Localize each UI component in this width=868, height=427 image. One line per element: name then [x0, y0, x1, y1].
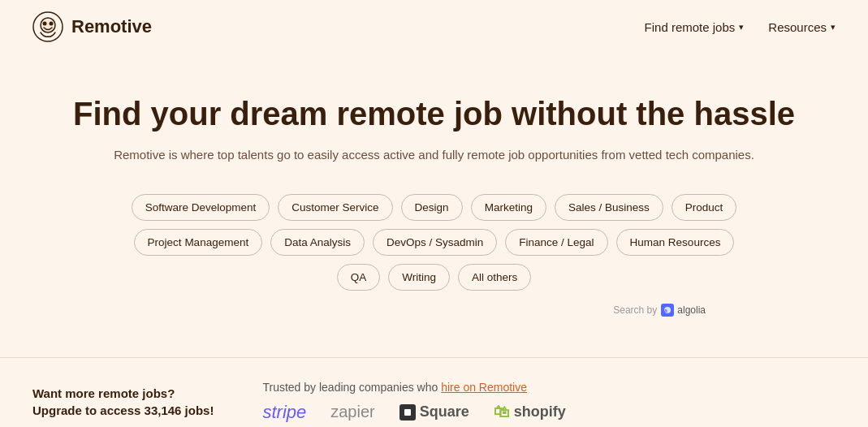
job-category-tag[interactable]: Marketing [471, 194, 546, 221]
job-category-tag[interactable]: Software Development [132, 194, 270, 221]
algolia-logo: a algolia [661, 304, 706, 317]
upgrade-section: Want more remote jobs? Upgrade to access… [32, 386, 214, 417]
header: Remotive Find remote jobs ▾ Resources ▾ [0, 0, 868, 54]
nav-resources[interactable]: Resources ▾ [768, 20, 836, 34]
company-logos: stripe zapier Square 🛍 shopify [262, 402, 565, 423]
svg-point-2 [43, 22, 47, 26]
job-category-tag[interactable]: Writing [388, 264, 450, 291]
trusted-text: Trusted by leading companies who hire on… [262, 381, 565, 394]
upgrade-subtitle: Upgrade to access 33,146 jobs! [32, 403, 214, 417]
algolia-label: algolia [677, 304, 706, 316]
hire-on-remotive-link[interactable]: hire on Remotive [441, 381, 527, 394]
job-category-tag[interactable]: Product [672, 194, 737, 221]
job-category-tag[interactable]: Human Resources [616, 229, 735, 256]
job-category-tag[interactable]: Sales / Business [555, 194, 663, 221]
svg-point-1 [41, 18, 55, 32]
hero-subtitle: Remotive is where top talents go to easi… [32, 146, 836, 165]
logo-text: Remotive [71, 16, 152, 37]
logo[interactable]: Remotive [32, 11, 152, 42]
trusted-section: Trusted by leading companies who hire on… [262, 381, 565, 423]
hero-section: Find your dream remote job without the h… [0, 54, 868, 341]
nav-find-remote-jobs[interactable]: Find remote jobs ▾ [645, 20, 745, 34]
square-logo: Square [399, 403, 469, 421]
chevron-down-icon: ▾ [739, 22, 744, 32]
upgrade-title: Want more remote jobs? [32, 386, 214, 400]
chevron-down-icon: ▾ [831, 22, 836, 32]
job-category-tags: Software DevelopmentCustomer ServiceDesi… [118, 194, 751, 291]
footer-area: Want more remote jobs? Upgrade to access… [0, 358, 868, 428]
job-category-tag[interactable]: All others [458, 264, 531, 291]
shopify-logo: 🛍 shopify [494, 403, 566, 421]
job-category-tag[interactable]: Data Analysis [270, 229, 365, 256]
search-by-label: Search by [613, 304, 657, 316]
search-attribution: Search by a algolia [32, 304, 836, 317]
zapier-logo: zapier [330, 403, 374, 421]
job-category-tag[interactable]: Design [401, 194, 463, 221]
job-category-tag[interactable]: QA [337, 264, 381, 291]
nav: Find remote jobs ▾ Resources ▾ [645, 20, 836, 34]
stripe-logo: stripe [262, 402, 306, 423]
svg-point-3 [50, 22, 54, 26]
job-category-tag[interactable]: Finance / Legal [505, 229, 607, 256]
svg-text:a: a [664, 308, 667, 313]
logo-icon [32, 11, 63, 42]
square-icon-inner [404, 409, 411, 416]
algolia-icon: a [661, 304, 674, 317]
hero-title: Find your dream remote job without the h… [32, 94, 836, 133]
shopify-icon: 🛍 [494, 403, 510, 421]
job-category-tag[interactable]: Customer Service [278, 194, 392, 221]
square-icon [399, 404, 416, 421]
job-category-tag[interactable]: Project Management [134, 229, 263, 256]
job-category-tag[interactable]: DevOps / Sysadmin [373, 229, 497, 256]
